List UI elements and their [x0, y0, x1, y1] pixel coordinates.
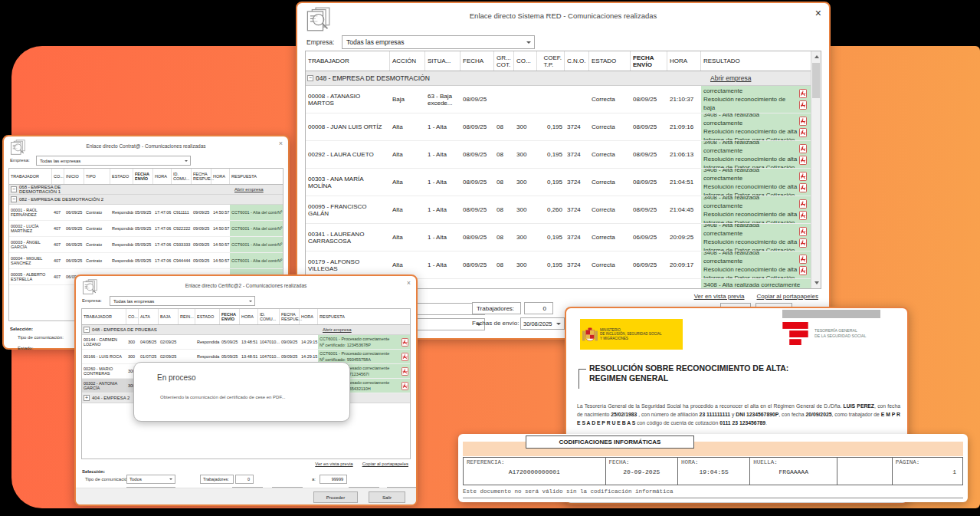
- pdf-icon[interactable]: [402, 353, 408, 361]
- table-row[interactable]: 00008 - ATANASIO MARTOSBaja63 - Baja exc…: [306, 86, 811, 113]
- collapse-icon[interactable]: −: [84, 327, 90, 333]
- collapse-icon[interactable]: −: [11, 196, 17, 202]
- col-estado: ESTADO: [195, 309, 220, 324]
- contrat-window-title: Enlace directo Contrat@ - Comunicaciones…: [4, 143, 288, 149]
- red-empresa-select[interactable]: Todas las empresas: [342, 35, 535, 49]
- resultado-cell: 3408 - Alta realizada correctamenteResol…: [701, 251, 811, 278]
- pdf-icon[interactable]: [799, 266, 807, 275]
- pdf-icon[interactable]: [402, 382, 408, 390]
- pdf-icon[interactable]: [799, 183, 807, 192]
- pdf-icon[interactable]: [799, 144, 807, 153]
- abrir-empresa-link[interactable]: Abrir empresa: [234, 187, 264, 192]
- pagina-value: 1: [896, 468, 959, 475]
- contrat-group-row-082[interactable]: − 082 - EMPRESA DE DESMOTRACIÓN 2: [9, 195, 283, 205]
- pdf-icon[interactable]: [799, 238, 807, 248]
- table-row[interactable]: 00341 - LAUREANO CARRASCOSAAlta1 - Alta0…: [306, 224, 811, 251]
- group-label: 048 - EMPRESA DE PRUEBAS: [92, 327, 157, 332]
- col-hora2: HORA: [300, 309, 318, 324]
- col-baja: BAJA: [159, 309, 179, 324]
- ver-vista-previa-link[interactable]: Ver en vista previa: [315, 462, 352, 466]
- hora-value: 19:04:55: [681, 468, 746, 475]
- trabajadores-input[interactable]: 0: [235, 475, 254, 484]
- resultado-cell: 3408 - Alta realizada correctamenteResol…: [701, 141, 811, 168]
- respuesta-cell: CCT6001 - Alta del contrNº contrato: E27…: [230, 237, 283, 252]
- trabajadores-hasta-input[interactable]: 99999: [320, 475, 347, 484]
- abrir-empresa-link[interactable]: Abrir empresa: [323, 327, 352, 332]
- tgss-mark-icon: [782, 322, 808, 345]
- scroll-up-icon[interactable]: [811, 51, 821, 61]
- cert-group-row-048[interactable]: − 048 - EMPRESA DE PRUEBAS Abrir empresa: [82, 325, 410, 335]
- col-fecha-respuesta: FECHA RESPUE...: [192, 169, 211, 184]
- ver-vista-previa-link[interactable]: Ver en vista previa: [694, 293, 745, 300]
- red-close-icon[interactable]: ×: [815, 8, 821, 18]
- tgss-logo: TESORERÍA GENERAL DE LA SEGURIDAD SOCIAL: [782, 322, 866, 345]
- col-hora: HORA: [667, 51, 701, 71]
- col-coeficiente: COEF. T.P.: [537, 51, 565, 71]
- ministerio-logo: MINISTERIO DE INCLUSIÓN, SEGURIDAD SOCIA…: [580, 319, 683, 350]
- group-label: 082 - EMPRESA DE DESMOTRACIÓN 2: [19, 197, 103, 202]
- copiar-portapapeles-link[interactable]: Copiar al portapapeles: [362, 462, 408, 466]
- table-row[interactable]: 00095 - FRANCISCO GALÁNAlta1 - Alta08/09…: [306, 196, 811, 224]
- table-row[interactable]: 00292 - LAURA CUETOAlta1 - Alta08/09/250…: [306, 141, 811, 169]
- respuesta-cell: CCT6001 - Alta del contrNº contrato: E27…: [230, 253, 283, 268]
- table-row[interactable]: 00003 - ÁNGEL GARCÍA40706/09/25ContratoR…: [9, 237, 283, 253]
- table-row[interactable]: 00002 - LUCÍA MARTÍNEZ40706/09/25Contrat…: [9, 221, 283, 237]
- scrollbar-thumb[interactable]: [812, 63, 820, 98]
- col-tipo: TIPO: [84, 169, 110, 184]
- fechas-envio-select[interactable]: 30/08/2025: [520, 317, 565, 330]
- contrat-empresa-select[interactable]: Todas las empresas: [36, 156, 191, 166]
- pdf-icon[interactable]: [402, 338, 408, 347]
- group-label: 404 - EMPRESA 2: [92, 396, 129, 400]
- pdf-icon[interactable]: [799, 100, 807, 110]
- pdf-icon[interactable]: [799, 255, 807, 264]
- tipo-comunicacion-select[interactable]: Todos: [126, 475, 175, 484]
- proceder-button[interactable]: Proceder: [313, 491, 358, 503]
- pdf-icon[interactable]: [799, 89, 807, 98]
- col-hora2: HORA: [211, 169, 230, 184]
- col-id-comu: ID. COMU...: [172, 169, 192, 184]
- col-fecha-envio[interactable]: FECHA ENVÍO: [631, 51, 667, 71]
- pdf-icon[interactable]: [799, 227, 807, 236]
- pdf-icon[interactable]: [402, 367, 408, 376]
- scroll-down-icon[interactable]: [811, 278, 821, 288]
- col-fecha: FECHA: [461, 51, 494, 71]
- red-group-row-048[interactable]: − 048 - EMPRESA DE DESMOTRACIÓN Abrir em…: [306, 71, 811, 86]
- cert-close-icon[interactable]: ×: [407, 280, 411, 287]
- respuesta-cell: CCT6001 - Alta del contrNº contrato: E27…: [230, 221, 283, 236]
- tipo-comunicacion-label: Tipo de comunicación:: [18, 335, 64, 340]
- pdf-icon[interactable]: [799, 172, 807, 181]
- pdf-icon[interactable]: [799, 199, 807, 209]
- salir-button[interactable]: Salir: [369, 491, 405, 503]
- abrir-empresa-link[interactable]: Abrir empresa: [710, 74, 751, 82]
- col-contrato: CO...: [514, 51, 537, 71]
- collapse-icon[interactable]: −: [307, 75, 313, 81]
- table-row[interactable]: 00144 - CARMEN LOZANO30004/08/2502/09/25…: [82, 335, 410, 350]
- trabajadores-input[interactable]: 0: [524, 302, 553, 314]
- codificaciones-footer: Este documento no será válido sin la cod…: [463, 488, 963, 498]
- pdf-icon[interactable]: [799, 128, 807, 137]
- contrat-group-row-068[interactable]: − 068 - EMPRESA DE DESMOTRACIÓN 1 Abrir …: [9, 185, 283, 195]
- resultado-cell: 3408 - Alta realizada correctamenteResol…: [701, 196, 811, 223]
- col-fecha-envio[interactable]: FECHA ENVÍO: [220, 309, 240, 324]
- copiar-portapapeles-link[interactable]: Copiar al portapapeles: [757, 293, 819, 300]
- collapse-icon[interactable]: −: [11, 186, 17, 192]
- codificaciones-panel: CODIFICACIONES INFORMÁTICAS REFERENCIA:A…: [458, 434, 968, 502]
- table-row[interactable]: 00303 - ANA MARÍA MOLÍNAAlta1 - Alta08/0…: [306, 169, 811, 196]
- pdf-icon[interactable]: [799, 211, 807, 220]
- expand-icon[interactable]: +: [84, 395, 90, 401]
- trabajadores-label: Trabajadores:: [472, 302, 521, 314]
- table-row[interactable]: 00001 - RAÚL FERNÁNDEZ40706/09/25Contrat…: [9, 205, 283, 221]
- vertical-scrollbar[interactable]: [811, 51, 821, 288]
- table-row[interactable]: 00004 - MIGUEL SANCHEZ40706/09/25Contrat…: [9, 253, 283, 269]
- table-row[interactable]: 00008 - JUAN LUIS ORTÍZAlta1 - Alta08/09…: [306, 113, 811, 141]
- contrat-close-icon[interactable]: ×: [279, 140, 283, 147]
- fecha-value: 20-09-2025: [609, 468, 674, 475]
- codificaciones-table: REFERENCIA:A1720000000001 FECHA:20-09-20…: [463, 457, 963, 485]
- red-table-header: TRABAJADOR ACCIÓN SITUA... FECHA GR... C…: [306, 51, 811, 71]
- resultado-cell: 3408 - Alta realizada correctamenteResol…: [701, 169, 811, 196]
- col-fecha-envio[interactable]: FECHA ENVÍO: [133, 169, 153, 184]
- pdf-icon[interactable]: [799, 156, 807, 165]
- resultado-cell: 3408 - Baja realizada correctamenteResol…: [701, 86, 811, 113]
- cert-empresa-select[interactable]: Todas las empresas: [110, 296, 255, 306]
- pdf-icon[interactable]: [799, 117, 807, 126]
